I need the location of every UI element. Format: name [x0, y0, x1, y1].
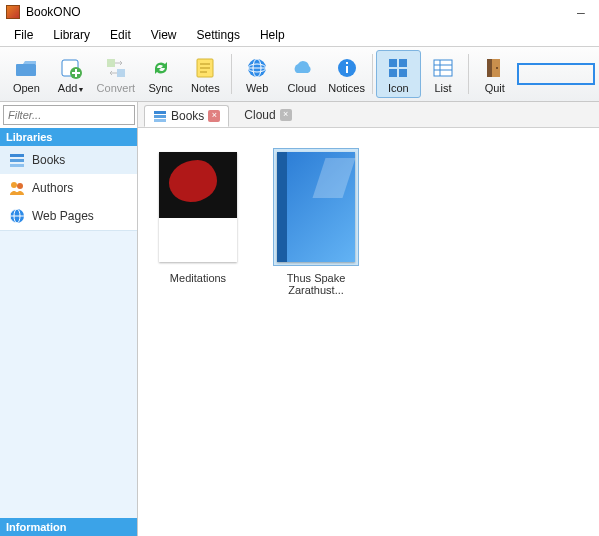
web-icon — [244, 55, 270, 81]
authors-icon — [8, 179, 26, 197]
menu-settings[interactable]: Settings — [187, 26, 250, 44]
svg-rect-21 — [10, 159, 24, 162]
sidebar-item-label: Books — [32, 153, 65, 167]
book-title: Meditations — [170, 272, 226, 284]
open-button[interactable]: Open — [4, 50, 49, 98]
tab-books[interactable]: Books × — [144, 105, 229, 127]
sync-icon — [148, 55, 174, 81]
svg-rect-3 — [107, 59, 115, 67]
sync-button[interactable]: Sync — [138, 50, 183, 98]
toolbar: Open Add▼ Convert Sync Notes Web Cloud N… — [0, 46, 599, 102]
svg-point-24 — [17, 183, 23, 189]
menu-library[interactable]: Library — [43, 26, 100, 44]
svg-rect-20 — [10, 154, 24, 157]
quit-button[interactable]: Quit — [472, 50, 517, 98]
tab-label: Cloud — [244, 108, 275, 122]
tabbar: Books × Cloud × — [138, 102, 599, 128]
notices-icon — [334, 55, 360, 81]
globe-icon — [8, 207, 26, 225]
notes-icon — [192, 55, 218, 81]
svg-rect-29 — [154, 119, 166, 122]
svg-rect-27 — [154, 111, 166, 114]
menu-help[interactable]: Help — [250, 26, 295, 44]
cloud-button[interactable]: Cloud — [279, 50, 324, 98]
toolbar-separator — [468, 54, 469, 94]
books-icon — [153, 109, 167, 123]
app-title: BookONO — [26, 5, 81, 19]
cloud-icon — [289, 55, 315, 81]
svg-rect-28 — [154, 115, 166, 118]
notes-button[interactable]: Notes — [183, 50, 228, 98]
grid-icon — [385, 55, 411, 81]
convert-icon — [103, 55, 129, 81]
menu-edit[interactable]: Edit — [100, 26, 141, 44]
notices-button[interactable]: Notices — [324, 50, 369, 98]
svg-rect-13 — [399, 59, 407, 67]
menu-file[interactable]: File — [4, 26, 43, 44]
information-header: Information — [0, 518, 137, 536]
titlebar: BookONO – — [0, 0, 599, 24]
sidebar-fill — [0, 230, 137, 518]
svg-rect-15 — [399, 69, 407, 77]
book-grid: Meditations Thus Spake Zarathust... — [138, 128, 599, 536]
minimize-button[interactable]: – — [569, 4, 593, 20]
search-input[interactable] — [517, 63, 595, 85]
app-icon — [6, 5, 20, 19]
book-cover — [277, 152, 355, 262]
list-icon — [430, 55, 456, 81]
open-icon — [13, 55, 39, 81]
tab-cloud[interactable]: Cloud × — [235, 104, 300, 126]
book-title: Thus Spake Zarathust... — [266, 272, 366, 296]
icon-view-button[interactable]: Icon — [376, 50, 421, 98]
sidebar-item-label: Web Pages — [32, 209, 94, 223]
toolbar-separator — [372, 54, 373, 94]
add-button[interactable]: Add▼ — [49, 50, 94, 98]
sidebar-item-webpages[interactable]: Web Pages — [0, 202, 137, 230]
svg-rect-4 — [117, 69, 125, 77]
book-cover — [159, 152, 237, 262]
filter-input[interactable] — [3, 105, 135, 125]
svg-rect-11 — [346, 62, 348, 64]
tab-label: Books — [171, 109, 204, 123]
libraries-header: Libraries — [0, 128, 137, 146]
svg-rect-12 — [389, 59, 397, 67]
svg-rect-10 — [346, 66, 348, 73]
tab-close-icon[interactable]: × — [208, 110, 220, 122]
svg-rect-0 — [16, 64, 36, 76]
convert-button[interactable]: Convert — [94, 50, 139, 98]
sidebar-item-authors[interactable]: Authors — [0, 174, 137, 202]
main-area: Books × Cloud × Meditations Thus Spake Z… — [138, 102, 599, 536]
tab-close-icon[interactable]: × — [280, 109, 292, 121]
book-item-zarathustra[interactable]: Thus Spake Zarathust... — [266, 148, 366, 296]
list-view-button[interactable]: List — [421, 50, 466, 98]
menubar: File Library Edit View Settings Help — [0, 24, 599, 46]
svg-rect-14 — [389, 69, 397, 77]
web-button[interactable]: Web — [235, 50, 280, 98]
toolbar-separator — [231, 54, 232, 94]
menu-view[interactable]: View — [141, 26, 187, 44]
svg-rect-22 — [10, 164, 24, 167]
sidebar-item-books[interactable]: Books — [0, 146, 137, 174]
books-icon — [8, 151, 26, 169]
add-icon — [58, 55, 84, 81]
quit-icon — [482, 55, 508, 81]
sidebar-item-label: Authors — [32, 181, 73, 195]
svg-point-19 — [496, 67, 498, 69]
svg-point-23 — [11, 182, 17, 188]
book-item-meditations[interactable]: Meditations — [148, 148, 248, 284]
sidebar: Libraries Books Authors Web Pages Inform… — [0, 102, 138, 536]
svg-rect-16 — [434, 60, 452, 76]
